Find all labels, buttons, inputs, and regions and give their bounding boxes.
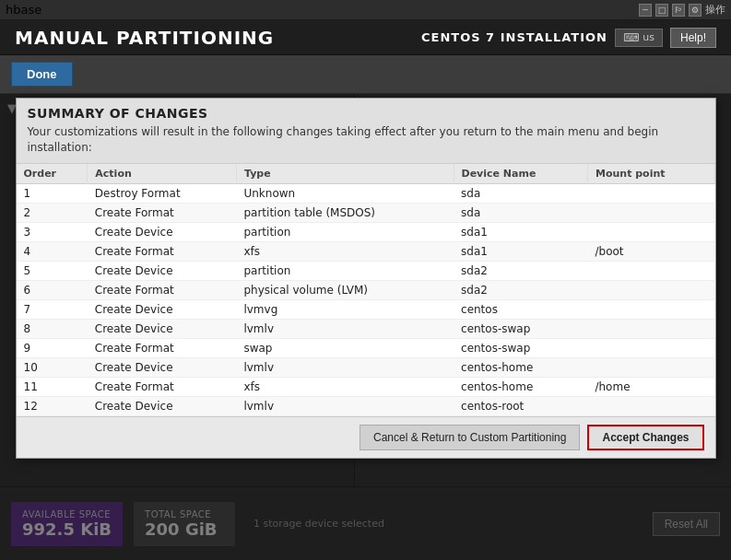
table-row: 8Create Devicelvmlvcentos-swap (17, 319, 715, 338)
cell-device: sda1 (454, 241, 587, 261)
cell-mount (587, 357, 714, 377)
cell-device: sda2 (454, 261, 587, 280)
cell-action: Create Device (88, 299, 237, 319)
minimize-btn[interactable]: ─ (639, 4, 652, 17)
cell-device: centos (454, 299, 587, 319)
cell-action: Destroy Format (88, 183, 237, 203)
help-button[interactable]: Help! (670, 28, 716, 48)
modal-subtitle: Your customizations will result in the f… (28, 124, 704, 156)
cell-type: partition table (MSDOS) (236, 203, 454, 222)
cell-device: centos-swap (454, 338, 587, 357)
cell-device: sda (454, 183, 587, 203)
cell-device: sda2 (454, 280, 587, 299)
modal-title: SUMMARY OF CHANGES (28, 106, 704, 121)
cell-mount (587, 396, 714, 415)
cell-order: 7 (17, 299, 88, 319)
header-right: CENTOS 7 INSTALLATION ⌨ us Help! (421, 28, 716, 48)
cell-type: partition (236, 261, 454, 280)
cell-mount (587, 338, 714, 357)
table-row: 7Create Devicelvmvgcentos (17, 299, 715, 319)
col-device: Device Name (454, 164, 587, 184)
main-area: ▼ New CentOS 7 Installation centos-root … (0, 94, 731, 560)
table-row: 9Create Formatswapcentos-swap (17, 338, 715, 357)
cell-type: Unknown (236, 183, 454, 203)
cell-action: Create Format (88, 377, 237, 396)
centos-label: CENTOS 7 INSTALLATION (421, 30, 607, 44)
cell-type: lvmlv (236, 357, 454, 377)
cell-order: 12 (17, 396, 88, 415)
cancel-button[interactable]: Cancel & Return to Custom Partitioning (360, 425, 580, 450)
col-mount: Mount point (587, 164, 714, 184)
keyboard-lang: us (643, 31, 654, 43)
table-row: 6Create Formatphysical volume (LVM)sda2 (17, 280, 715, 299)
cell-mount (587, 203, 714, 222)
settings-icon[interactable]: ⚙ (689, 4, 702, 17)
cell-type: lvmvg (236, 299, 454, 319)
cell-order: 3 (17, 222, 88, 241)
header-bar: MANUAL PARTITIONING CENTOS 7 INSTALLATIO… (0, 20, 731, 55)
cell-order: 9 (17, 338, 88, 357)
cell-type: swap (236, 338, 454, 357)
col-order: Order (17, 164, 88, 184)
cell-device: centos-home (454, 377, 587, 396)
cell-device: sda1 (454, 222, 587, 241)
cell-order: 5 (17, 261, 88, 280)
cell-action: Create Format (88, 338, 237, 357)
cell-mount (587, 261, 714, 280)
cell-mount (587, 299, 714, 319)
modal-header: SUMMARY OF CHANGES Your customizations w… (17, 99, 715, 164)
maximize-btn[interactable]: □ (655, 4, 668, 17)
app-name: hbase (6, 3, 41, 17)
cell-type: lvmlv (236, 396, 454, 415)
cell-mount (587, 222, 714, 241)
table-row: 1Destroy FormatUnknownsda (17, 183, 715, 203)
cell-action: Create Format (88, 280, 237, 299)
table-row: 12Create Devicelvmlvcentos-root (17, 396, 715, 415)
done-button[interactable]: Done (11, 62, 73, 87)
keyboard-selector[interactable]: ⌨ us (615, 29, 663, 47)
title-bar: hbase ─ □ 🏳 ⚙ 操作 (0, 0, 731, 20)
table-row: 10Create Devicelvmlvcentos-home (17, 357, 715, 377)
table-row: 5Create Devicepartitionsda2 (17, 261, 715, 280)
table-row: 3Create Devicepartitionsda1 (17, 222, 715, 241)
cell-mount: /home (587, 377, 714, 396)
flag-icon: 🏳 (672, 4, 685, 17)
cell-action: Create Device (88, 357, 237, 377)
col-action: Action (88, 164, 237, 184)
cell-order: 11 (17, 377, 88, 396)
cell-order: 8 (17, 319, 88, 338)
table-row: 11Create Formatxfscentos-home/home (17, 377, 715, 396)
cell-order: 2 (17, 203, 88, 222)
table-header-row: Order Action Type Device Name Mount poin… (17, 164, 715, 184)
cell-action: Create Device (88, 396, 237, 415)
cell-mount (587, 319, 714, 338)
cell-order: 4 (17, 241, 88, 261)
action-label: 操作 (705, 3, 725, 17)
cell-order: 1 (17, 183, 88, 203)
modal-body: Order Action Type Device Name Mount poin… (17, 164, 715, 416)
cell-action: Create Format (88, 203, 237, 222)
modal-footer: Cancel & Return to Custom Partitioning A… (17, 416, 715, 458)
summary-modal: SUMMARY OF CHANGES Your customizations w… (16, 98, 716, 459)
changes-table: Order Action Type Device Name Mount poin… (17, 164, 715, 416)
cell-order: 6 (17, 280, 88, 299)
cell-action: Create Format (88, 241, 237, 261)
cell-mount (587, 280, 714, 299)
table-row: 2Create Formatpartition table (MSDOS)sda (17, 203, 715, 222)
accept-changes-button[interactable]: Accept Changes (587, 425, 703, 450)
table-scroll[interactable]: Order Action Type Device Name Mount poin… (17, 164, 715, 416)
cell-order: 10 (17, 357, 88, 377)
table-row: 4Create Formatxfssda1/boot (17, 241, 715, 261)
cell-mount (587, 183, 714, 203)
modal-overlay: SUMMARY OF CHANGES Your customizations w… (0, 94, 731, 560)
cell-action: Create Device (88, 261, 237, 280)
cell-action: Create Device (88, 319, 237, 338)
cell-type: lvmlv (236, 319, 454, 338)
cell-type: xfs (236, 241, 454, 261)
cell-type: partition (236, 222, 454, 241)
cell-mount: /boot (587, 241, 714, 261)
cell-type: xfs (236, 377, 454, 396)
page-title: MANUAL PARTITIONING (15, 27, 421, 49)
keyboard-icon: ⌨ (623, 31, 639, 44)
cell-device: sda (454, 203, 587, 222)
